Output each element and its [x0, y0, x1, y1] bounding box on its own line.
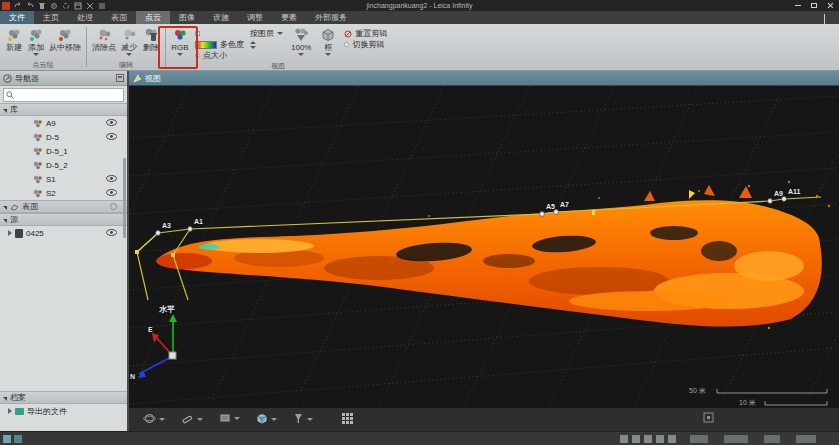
tab-features[interactable]: 要素	[272, 11, 306, 24]
orbit-tool-button[interactable]	[143, 412, 165, 425]
rgb-dropdown-icon[interactable]	[177, 53, 183, 56]
settings-icon[interactable]	[50, 2, 58, 10]
cube-dropdown-icon[interactable]	[271, 418, 277, 421]
tree-item-pointcloud[interactable]: A9	[0, 116, 127, 130]
status-icon[interactable]	[644, 435, 652, 443]
close-tool-icon[interactable]	[86, 2, 94, 10]
tree-section-library[interactable]: 库	[0, 103, 127, 116]
orbit-dropdown-icon[interactable]	[159, 418, 165, 421]
clip-dropdown-icon[interactable]	[234, 417, 240, 420]
tree-section-archive[interactable]: 档案	[0, 391, 127, 404]
point-size-radio[interactable]	[195, 53, 200, 58]
clip-tool-button[interactable]	[219, 412, 240, 424]
tree-item-source-file[interactable]: 0425	[0, 226, 127, 240]
status-icon-left-1[interactable]	[3, 435, 11, 443]
3d-canvas[interactable]: A3 A1 A5 A7 A9 A11 水平 E N 50 米 10 米	[129, 86, 839, 407]
delete-tool-icon[interactable]	[38, 2, 46, 10]
expanded-arrow-icon[interactable]	[3, 397, 7, 401]
ribbon-tab-bar: 文件 主页 处理 表面 点云 图像 设施 调整 要素 外部服务	[0, 11, 839, 24]
visibility-eye-icon[interactable]	[106, 119, 117, 128]
group-label-view: 视图	[166, 61, 390, 70]
tab-file[interactable]: 文件	[0, 11, 34, 24]
rgb-coloring-button[interactable]: RGB	[169, 26, 191, 57]
tab-adjustments[interactable]: 调整	[238, 11, 272, 24]
grid-toggle-button[interactable]	[341, 412, 354, 425]
delete-points-button[interactable]: 删除	[140, 26, 162, 53]
pin-panel-icon[interactable]	[116, 74, 124, 82]
navigator-tree: 库 A9 D-5 D-5_1 D-5_2	[0, 103, 127, 431]
multicolor-option[interactable]: 多色度	[195, 39, 244, 50]
tab-home[interactable]: 主页	[34, 11, 68, 24]
point-size-option[interactable]: 点大小	[195, 50, 244, 61]
clip-box-button[interactable]: 框	[317, 26, 339, 57]
minimize-button[interactable]	[793, 2, 803, 10]
undo-icon[interactable]	[14, 2, 22, 10]
by-layer-dropdown[interactable]: 按图层	[250, 28, 283, 39]
visibility-eye-icon[interactable]	[106, 133, 117, 142]
status-icon[interactable]	[668, 435, 676, 443]
box-dropdown-icon[interactable]	[325, 53, 331, 56]
axis-triad	[138, 314, 177, 378]
clear-points-button[interactable]: 清除点	[90, 26, 118, 53]
orbit-icon	[143, 412, 156, 425]
redo-icon[interactable]	[26, 2, 34, 10]
refresh-icon[interactable]	[62, 2, 70, 10]
view-window-header[interactable]: 视图	[129, 71, 839, 86]
visibility-eye-icon[interactable]	[106, 229, 117, 238]
collapsed-arrow-icon[interactable]	[8, 408, 12, 414]
density-dropdown-icon[interactable]	[298, 53, 304, 56]
tree-item-pointcloud[interactable]: S2	[0, 186, 127, 200]
expanded-arrow-icon[interactable]	[3, 219, 7, 223]
maximize-button[interactable]	[809, 2, 819, 10]
small-square-icon	[703, 412, 714, 423]
status-icon[interactable]	[632, 435, 640, 443]
measure-dropdown-icon[interactable]	[197, 418, 203, 421]
visibility-eye-icon[interactable]	[106, 175, 117, 184]
toggle-clip-checkbox[interactable]: 切换剪辑	[344, 39, 387, 50]
navigator-search-input[interactable]	[16, 91, 121, 100]
tree-item-pointcloud[interactable]: S1	[0, 172, 127, 186]
tab-imaging[interactable]: 图像	[170, 11, 204, 24]
tree-section-source[interactable]: 源	[0, 213, 127, 226]
point-size-stepper[interactable]	[250, 41, 256, 49]
list-icon[interactable]	[98, 2, 106, 10]
expanded-arrow-icon[interactable]	[3, 109, 7, 113]
tree-item-pointcloud[interactable]: D-5	[0, 130, 127, 144]
expanded-arrow-icon[interactable]	[3, 206, 7, 210]
tree-section-surfaces[interactable]: 表面	[0, 200, 127, 213]
tree-scrollbar[interactable]	[123, 158, 126, 238]
visibility-eye-icon[interactable]	[106, 189, 117, 198]
status-indicator	[724, 435, 748, 443]
measure-tool-button[interactable]	[181, 412, 203, 425]
reset-clip-button[interactable]: 重置剪辑	[344, 28, 387, 39]
add-dropdown-icon[interactable]	[33, 53, 39, 56]
status-icon[interactable]	[656, 435, 664, 443]
window-layout-icon[interactable]	[74, 2, 82, 10]
filter-dropdown-icon[interactable]	[307, 418, 313, 421]
status-icon-left-2[interactable]	[14, 435, 22, 443]
tab-processing[interactable]: 处理	[68, 11, 102, 24]
collapsed-arrow-icon[interactable]	[8, 230, 12, 236]
tree-item-pointcloud[interactable]: D-5_2	[0, 158, 127, 172]
tree-item-exported-files[interactable]: 导出的文件	[0, 404, 127, 418]
tab-pointclouds[interactable]: 点云	[136, 11, 170, 24]
close-button[interactable]	[825, 2, 835, 10]
tab-services[interactable]: 外部服务	[306, 11, 356, 24]
density-button[interactable]: 100%	[289, 26, 313, 57]
add-to-pointcloud-button[interactable]: 添加	[25, 26, 47, 57]
tab-surfaces[interactable]: 表面	[102, 11, 136, 24]
point-label: A3	[162, 222, 171, 229]
new-pointcloud-button[interactable]: 新建	[3, 26, 25, 53]
reset-clip-icon	[344, 30, 352, 38]
reduce-points-button[interactable]: 减少	[118, 26, 140, 57]
filter-tool-button[interactable]	[293, 412, 313, 425]
snapshot-button[interactable]	[703, 412, 714, 423]
cube-view-button[interactable]	[255, 412, 277, 425]
tree-item-pointcloud[interactable]: D-5_1	[0, 144, 127, 158]
status-icon[interactable]	[620, 435, 628, 443]
color-mode-checkbox[interactable]	[195, 31, 200, 36]
reduce-dropdown-icon[interactable]	[126, 53, 132, 56]
collapse-ribbon-icon[interactable]	[824, 15, 831, 20]
remove-from-pointcloud-button[interactable]: 从中移除	[47, 26, 83, 53]
tab-infrastructure[interactable]: 设施	[204, 11, 238, 24]
